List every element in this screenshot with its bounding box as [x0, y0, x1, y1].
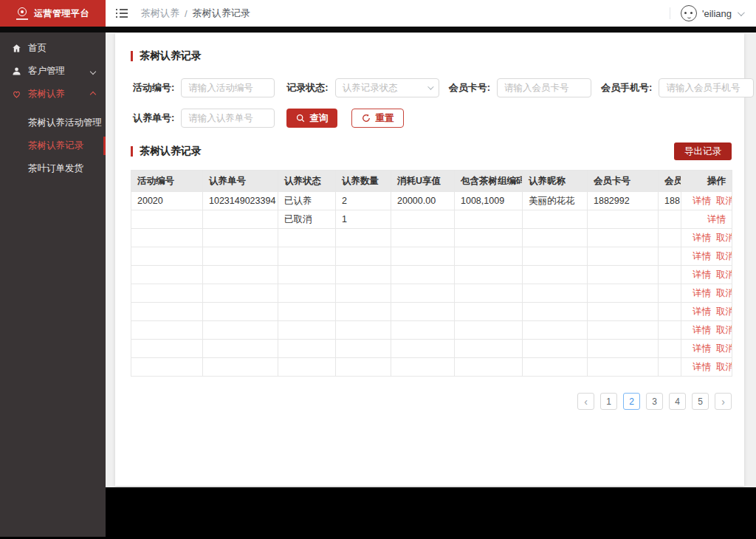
detail-link[interactable]: 详情: [707, 214, 726, 224]
table-cell: [391, 321, 455, 340]
column-header: 消耗U享值: [391, 171, 455, 192]
detail-link[interactable]: 详情: [693, 196, 711, 206]
table-cell: [278, 284, 336, 303]
pagination-page-button[interactable]: 4: [669, 393, 686, 410]
detail-link[interactable]: 详情: [693, 270, 711, 280]
table-cell: [455, 210, 523, 229]
activity-no-input[interactable]: [181, 78, 275, 97]
table-cell: [203, 266, 278, 284]
cancel-link[interactable]: 取消: [716, 270, 732, 280]
table-cell: [131, 340, 203, 358]
table-cell: [278, 321, 336, 340]
breadcrumb-current: 茶树认养记录: [193, 7, 250, 20]
sidebar-item-home[interactable]: 首页: [0, 37, 106, 60]
table-cell: [336, 229, 391, 247]
detail-link[interactable]: 详情: [693, 288, 711, 298]
reset-button[interactable]: 重置: [351, 109, 404, 128]
pagination-page-button[interactable]: 2: [623, 393, 640, 410]
member-card-input[interactable]: [497, 78, 591, 97]
table-cell: [455, 321, 523, 340]
top-bar: 运营管理平台 茶树认养 / 茶树认养记录 'eiliang: [0, 0, 756, 27]
cancel-link[interactable]: 取消: [716, 251, 732, 261]
pagination-page-button[interactable]: 5: [692, 393, 709, 410]
heart-icon: [11, 89, 21, 100]
table-cell: [659, 210, 681, 229]
table-cell: [336, 266, 391, 284]
table-row: 详情取消: [131, 266, 732, 284]
action-cell: 详情取消: [681, 303, 732, 321]
table-cell: [659, 321, 681, 340]
table-cell: [391, 340, 455, 358]
pagination-next-button[interactable]: ›: [715, 393, 732, 410]
table-cell: [131, 321, 203, 340]
sidebar-item-customer-mgmt[interactable]: 客户管理: [0, 60, 106, 83]
table-cell: 2: [336, 192, 391, 210]
pagination-prev-button[interactable]: ‹: [577, 393, 594, 410]
cancel-link[interactable]: 取消: [716, 233, 732, 243]
table-cell: [588, 340, 659, 358]
query-button[interactable]: 查询: [286, 109, 337, 128]
table-cell: [336, 340, 391, 358]
table-cell: [523, 321, 588, 340]
detail-link[interactable]: 详情: [693, 325, 711, 335]
table-cell: [336, 358, 391, 377]
column-header: 会员手机号: [659, 171, 681, 192]
pagination: ‹12345›: [131, 393, 732, 410]
sidebar-item-tea-adoption[interactable]: 茶树认养: [0, 83, 106, 106]
action-cell: 详情取消: [681, 192, 732, 210]
table-cell: [203, 229, 278, 247]
action-cell: 详情取消: [681, 247, 732, 266]
page-title-block: 茶树认养记录: [131, 49, 732, 63]
export-records-button[interactable]: 导出记录: [674, 143, 732, 160]
cancel-link[interactable]: 取消: [716, 306, 732, 317]
table-cell: [455, 229, 523, 247]
table-cell: [278, 358, 336, 377]
table-cell: [588, 229, 659, 247]
table-cell: [203, 340, 278, 358]
cancel-link[interactable]: 取消: [716, 196, 732, 206]
table-cell: 美丽的花花: [523, 192, 588, 210]
table-cell: [131, 284, 203, 303]
sidebar-item-adoption-records[interactable]: 茶树认养记录: [0, 134, 106, 157]
user-avatar[interactable]: [681, 5, 697, 21]
pagination-page-button[interactable]: 3: [646, 393, 663, 410]
sidebar-item-tea-order-shipping[interactable]: 茶叶订单发货: [0, 157, 106, 180]
table-cell: [523, 358, 588, 377]
table-cell: [131, 229, 203, 247]
table-cell: 1023149023394: [203, 192, 278, 210]
detail-link[interactable]: 详情: [693, 251, 711, 261]
menu-toggle-icon[interactable]: [116, 9, 128, 18]
table-cell: [523, 229, 588, 247]
column-header: 认养单号: [203, 171, 278, 192]
member-phone-input[interactable]: [659, 78, 754, 97]
detail-link[interactable]: 详情: [693, 343, 711, 354]
cancel-link[interactable]: 取消: [716, 325, 732, 335]
table-cell: [588, 303, 659, 321]
adopt-no-input[interactable]: [181, 109, 275, 128]
table-row: 200201023149023394已认养220000.001008,1009美…: [131, 192, 732, 210]
table-cell: [659, 303, 681, 321]
table-cell: [659, 266, 681, 284]
table-cell: [278, 266, 336, 284]
table-cell: [131, 210, 203, 229]
record-status-select[interactable]: 认养记录状态: [335, 78, 439, 97]
chevron-down-icon[interactable]: [738, 9, 745, 16]
table-cell: [278, 229, 336, 247]
sidebar-item-adoption-activity-mgmt[interactable]: 茶树认养活动管理: [0, 111, 106, 134]
column-header: 操作: [681, 171, 732, 192]
detail-link[interactable]: 详情: [693, 306, 711, 317]
pagination-page-button[interactable]: 1: [600, 393, 617, 410]
detail-link[interactable]: 详情: [693, 362, 711, 372]
detail-link[interactable]: 详情: [693, 233, 711, 243]
user-name: 'eiliang: [702, 8, 732, 19]
cancel-link[interactable]: 取消: [716, 288, 732, 298]
table-cell: [131, 266, 203, 284]
table-cell: 1: [336, 210, 391, 229]
breadcrumb-parent[interactable]: 茶树认养: [141, 7, 179, 20]
table-row: 详情取消: [131, 303, 732, 321]
cancel-link[interactable]: 取消: [716, 343, 732, 354]
field-member-card: 会员卡号:: [449, 78, 591, 97]
cancel-link[interactable]: 取消: [716, 362, 732, 372]
table-cell: [659, 284, 681, 303]
user-area[interactable]: 'eiliang: [670, 5, 743, 21]
